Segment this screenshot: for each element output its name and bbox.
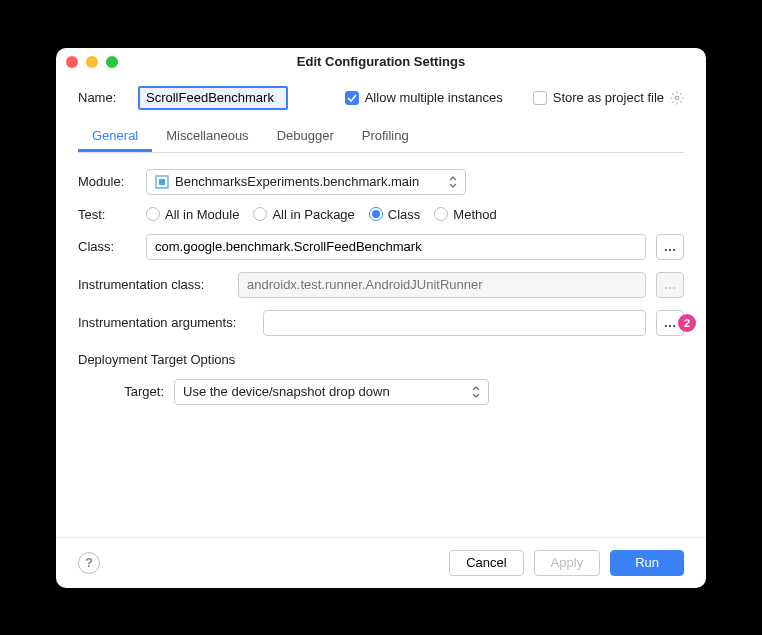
module-icon bbox=[155, 175, 169, 189]
name-input[interactable] bbox=[138, 86, 288, 110]
inst-args-label: Instrumentation arguments: bbox=[78, 315, 253, 330]
radio-icon bbox=[253, 207, 267, 221]
target-row: Target: Use the device/snapshot drop dow… bbox=[78, 379, 684, 405]
inst-class-label: Instrumentation class: bbox=[78, 277, 228, 292]
apply-button[interactable]: Apply bbox=[534, 550, 601, 576]
module-row: Module: BenchmarksExperiments.benchmark.… bbox=[78, 169, 684, 195]
test-row: Test: All in Module All in Package Class… bbox=[78, 207, 684, 222]
browse-inst-class-button: … bbox=[656, 272, 684, 298]
args-badge: 2 bbox=[678, 314, 696, 332]
class-input[interactable] bbox=[146, 234, 646, 260]
inst-args-input[interactable] bbox=[263, 310, 646, 336]
tab-profiling[interactable]: Profiling bbox=[348, 122, 423, 152]
svg-rect-2 bbox=[159, 179, 165, 185]
tab-miscellaneous[interactable]: Miscellaneous bbox=[152, 122, 262, 152]
radio-label: All in Module bbox=[165, 207, 239, 222]
allow-multiple-checkbox[interactable]: Allow multiple instances bbox=[345, 90, 503, 105]
checkbox-unchecked-icon bbox=[533, 91, 547, 105]
cancel-button[interactable]: Cancel bbox=[449, 550, 523, 576]
store-project-checkbox[interactable]: Store as project file bbox=[533, 90, 684, 105]
radio-label: Method bbox=[453, 207, 496, 222]
instrumentation-args-row: Instrumentation arguments: … 2 bbox=[78, 310, 684, 336]
close-button[interactable] bbox=[66, 56, 78, 68]
name-label: Name: bbox=[78, 90, 128, 105]
footer: ? Cancel Apply Run bbox=[56, 537, 706, 588]
deployment-section-header: Deployment Target Options bbox=[78, 352, 684, 367]
inst-class-input bbox=[238, 272, 646, 298]
module-label: Module: bbox=[78, 174, 136, 189]
zoom-button[interactable] bbox=[106, 56, 118, 68]
target-select[interactable]: Use the device/snapshot drop down bbox=[174, 379, 489, 405]
allow-multiple-label: Allow multiple instances bbox=[365, 90, 503, 105]
browse-class-button[interactable]: … bbox=[656, 234, 684, 260]
radio-all-in-package[interactable]: All in Package bbox=[253, 207, 354, 222]
run-button[interactable]: Run bbox=[610, 550, 684, 576]
radio-method[interactable]: Method bbox=[434, 207, 496, 222]
help-button[interactable]: ? bbox=[78, 552, 100, 574]
tab-debugger[interactable]: Debugger bbox=[263, 122, 348, 152]
radio-class[interactable]: Class bbox=[369, 207, 421, 222]
target-value: Use the device/snapshot drop down bbox=[183, 384, 390, 399]
config-dialog: Edit Configuration Settings Name: Allow … bbox=[56, 48, 706, 588]
class-label: Class: bbox=[78, 239, 136, 254]
checkbox-checked-icon bbox=[345, 91, 359, 105]
chevron-updown-icon bbox=[472, 386, 480, 398]
window-controls bbox=[66, 56, 118, 68]
header-row: Name: Allow multiple instances Store as … bbox=[78, 86, 684, 110]
tab-general[interactable]: General bbox=[78, 122, 152, 152]
class-row: Class: … bbox=[78, 234, 684, 260]
test-label: Test: bbox=[78, 207, 136, 222]
radio-all-in-module[interactable]: All in Module bbox=[146, 207, 239, 222]
radio-icon bbox=[146, 207, 160, 221]
svg-point-0 bbox=[675, 96, 679, 100]
target-label: Target: bbox=[94, 384, 164, 399]
store-project-label: Store as project file bbox=[553, 90, 664, 105]
test-radio-group: All in Module All in Package Class Metho… bbox=[146, 207, 497, 222]
radio-selected-icon bbox=[369, 207, 383, 221]
radio-label: All in Package bbox=[272, 207, 354, 222]
radio-label: Class bbox=[388, 207, 421, 222]
radio-icon bbox=[434, 207, 448, 221]
gear-icon[interactable] bbox=[670, 91, 684, 105]
content-area: Name: Allow multiple instances Store as … bbox=[56, 76, 706, 537]
tab-bar: General Miscellaneous Debugger Profiling bbox=[78, 122, 684, 153]
instrumentation-class-row: Instrumentation class: … bbox=[78, 272, 684, 298]
module-value: BenchmarksExperiments.benchmark.main bbox=[175, 174, 419, 189]
window-title: Edit Configuration Settings bbox=[56, 54, 706, 69]
minimize-button[interactable] bbox=[86, 56, 98, 68]
titlebar: Edit Configuration Settings bbox=[56, 48, 706, 76]
chevron-updown-icon bbox=[449, 176, 457, 188]
module-select[interactable]: BenchmarksExperiments.benchmark.main bbox=[146, 169, 466, 195]
